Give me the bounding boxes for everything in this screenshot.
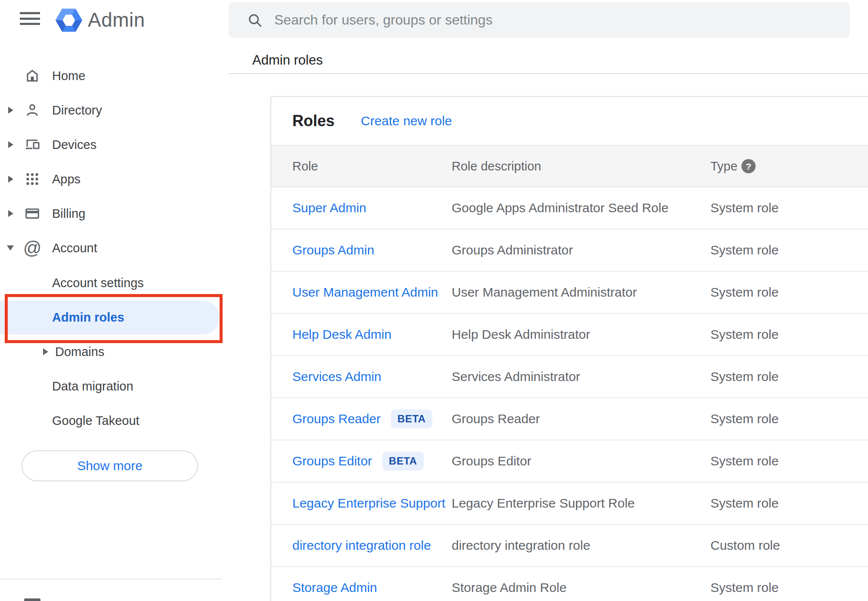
role-description-cell: Services Administrator <box>452 369 580 384</box>
role-description-cell: Groups Administrator <box>452 243 573 257</box>
sidebar-item-directory[interactable]: Directory <box>0 93 221 127</box>
role-link[interactable]: Groups Reader <box>292 412 381 426</box>
role-link[interactable]: directory integration role <box>292 538 431 553</box>
role-link[interactable]: Legacy Enterprise Support <box>292 496 445 511</box>
sidebar-item-domains[interactable]: Domains <box>0 335 221 369</box>
at-sign-icon: @ <box>24 239 41 257</box>
role-description-cell: Google Apps Administrator Seed Role <box>452 201 669 215</box>
column-header-type: Type <box>710 159 738 173</box>
sidebar-item-label: Domains <box>55 345 104 359</box>
table-row: Legacy Enterprise Support Legacy Enterpr… <box>271 483 868 525</box>
role-link[interactable]: Super Admin <box>292 201 366 215</box>
sidebar-item-account[interactable]: @ Account <box>0 231 221 265</box>
sidebar-item-home[interactable]: Home <box>0 59 221 93</box>
role-type-cell: System role <box>710 243 778 257</box>
sidebar-item-label: Account <box>52 241 97 255</box>
roles-card: Roles Create new role Role Role descript… <box>270 96 868 601</box>
table-row: User Management Admin User Management Ad… <box>271 272 868 314</box>
table-row: Super Admin Google Apps Administrator Se… <box>271 187 868 229</box>
sidebar-item-account-settings[interactable]: Account settings <box>0 266 221 300</box>
role-type-cell: System role <box>710 201 778 215</box>
hamburger-menu-icon[interactable] <box>20 12 40 25</box>
show-more-button[interactable]: Show more <box>22 450 198 481</box>
role-description-cell: Storage Admin Role <box>452 580 567 595</box>
sidebar-item-label: Directory <box>52 103 102 118</box>
role-description-cell: Legacy Enterprise Support Role <box>452 496 635 511</box>
table-header-row: Role Role description Type ? <box>271 145 868 187</box>
role-link[interactable]: User Management Admin <box>292 285 438 300</box>
role-link[interactable]: Groups Editor <box>292 454 372 468</box>
role-link[interactable]: Groups Admin <box>292 243 374 257</box>
sidebar-item-data-migration[interactable]: Data migration <box>0 369 221 403</box>
role-type-cell: System role <box>710 454 778 468</box>
sidebar-item-label: Admin roles <box>52 310 124 325</box>
table-row: Help Desk Admin Help Desk Administrator … <box>271 314 868 356</box>
sidebar: Admin Home Directory <box>0 0 221 601</box>
create-new-role-link[interactable]: Create new role <box>361 114 452 128</box>
home-icon <box>24 67 41 84</box>
breadcrumb: Admin roles <box>252 53 323 68</box>
admin-console-screen: Admin Home Directory <box>0 0 868 601</box>
role-description-cell: User Management Administrator <box>452 285 637 300</box>
table-row: Groups Reader BETA Groups Reader System … <box>271 398 868 440</box>
role-link[interactable]: Services Admin <box>292 369 381 384</box>
sidebar-item-label: Account settings <box>52 276 144 290</box>
search-input[interactable] <box>274 2 834 38</box>
search-icon <box>247 12 263 28</box>
role-description-cell: directory integration role <box>452 538 590 553</box>
role-type-cell: System role <box>710 327 778 342</box>
role-link[interactable]: Storage Admin <box>292 580 377 595</box>
role-description-cell: Groups Editor <box>452 454 531 468</box>
app-title: Admin <box>88 8 145 31</box>
apps-grid-icon <box>24 170 41 188</box>
role-type-cell: System role <box>710 285 778 300</box>
admin-logo-icon[interactable] <box>56 7 82 34</box>
chevron-right-icon[interactable] <box>43 348 48 355</box>
help-icon[interactable]: ? <box>741 159 756 173</box>
table-row: Services Admin Services Administrator Sy… <box>271 356 868 398</box>
sidebar-item-label: Billing <box>52 207 85 221</box>
role-link[interactable]: Help Desk Admin <box>292 327 391 342</box>
sidebar-bottom-divider <box>0 579 221 579</box>
roles-table-body: Super Admin Google Apps Administrator Se… <box>271 187 868 601</box>
sidebar-item-label: Devices <box>52 138 96 152</box>
sidebar-item-label: Google Takeout <box>52 414 140 428</box>
column-header-role-description: Role description <box>452 159 541 173</box>
column-header-role: Role <box>292 159 318 173</box>
chevron-right-icon[interactable] <box>8 176 13 183</box>
table-row: directory integration role directory int… <box>271 525 868 567</box>
sidebar-item-label: Home <box>52 69 85 83</box>
sidebar-item-billing[interactable]: Billing <box>0 196 221 231</box>
sidebar-item-devices[interactable]: Devices <box>0 127 221 162</box>
sidebar-item-admin-roles[interactable]: Admin roles <box>0 300 221 335</box>
sidebar-item-google-takeout[interactable]: Google Takeout <box>0 403 221 438</box>
role-type-cell: Custom role <box>710 538 780 553</box>
role-type-cell: System role <box>710 496 778 511</box>
devices-icon <box>24 136 41 153</box>
role-type-cell: System role <box>710 369 778 384</box>
table-row: Groups Admin Groups Administrator System… <box>271 229 868 272</box>
chevron-down-icon[interactable] <box>7 245 14 251</box>
role-type-cell: System role <box>710 580 778 595</box>
table-row: Groups Editor BETA Groups Editor System … <box>271 440 868 483</box>
partial-cutoff-icon <box>24 598 40 601</box>
credit-card-icon <box>24 205 41 222</box>
beta-badge: BETA <box>382 452 424 471</box>
role-description-cell: Groups Reader <box>452 412 540 426</box>
chevron-right-icon[interactable] <box>8 141 13 148</box>
card-title: Roles <box>292 112 335 130</box>
role-type-cell: System role <box>710 412 778 426</box>
sidebar-item-label: Data migration <box>52 379 133 393</box>
chevron-right-icon[interactable] <box>8 107 13 114</box>
person-icon <box>24 102 41 119</box>
table-row: Storage Admin Storage Admin Role System … <box>271 567 868 601</box>
role-description-cell: Help Desk Administrator <box>452 327 590 342</box>
roles-card-header: Roles Create new role <box>271 97 868 145</box>
header-divider <box>228 73 868 74</box>
chevron-right-icon[interactable] <box>8 210 13 217</box>
search-bar[interactable] <box>229 2 849 38</box>
sidebar-item-label: Apps <box>52 172 81 186</box>
beta-badge: BETA <box>391 409 432 428</box>
sidebar-item-apps[interactable]: Apps <box>0 162 221 196</box>
